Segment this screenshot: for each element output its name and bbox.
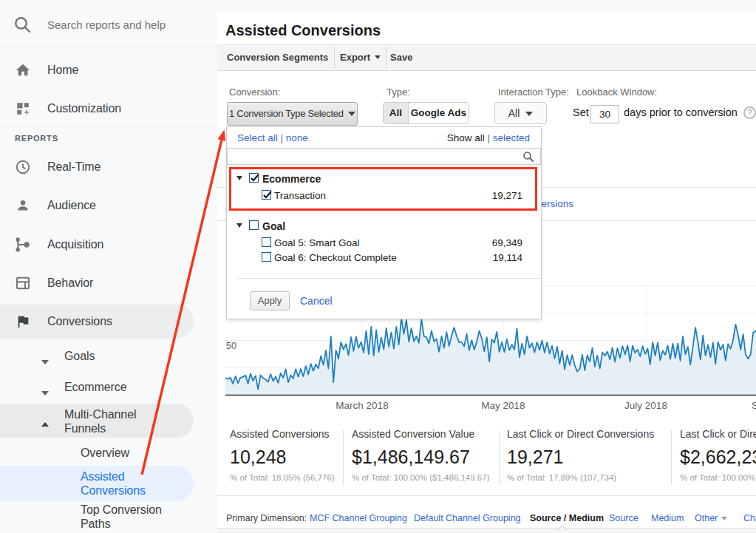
svg-text:50: 50 (226, 341, 236, 351)
svg-text:May 2018: May 2018 (481, 400, 525, 411)
svg-text:July 2018: July 2018 (624, 400, 667, 411)
svg-text:March 2018: March 2018 (336, 400, 388, 411)
svg-text:September 2018: September 2018 (752, 400, 756, 411)
